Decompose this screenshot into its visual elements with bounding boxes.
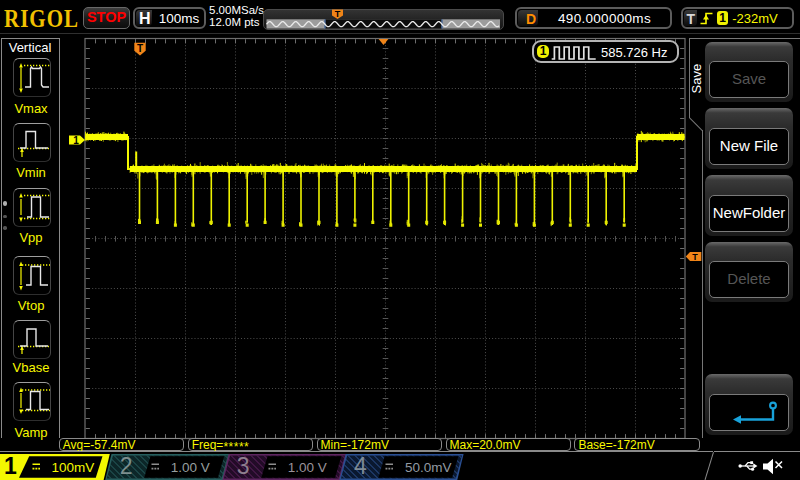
- svg-text:1: 1: [73, 135, 79, 146]
- svg-text:T: T: [137, 43, 143, 54]
- svg-text:T: T: [692, 252, 698, 262]
